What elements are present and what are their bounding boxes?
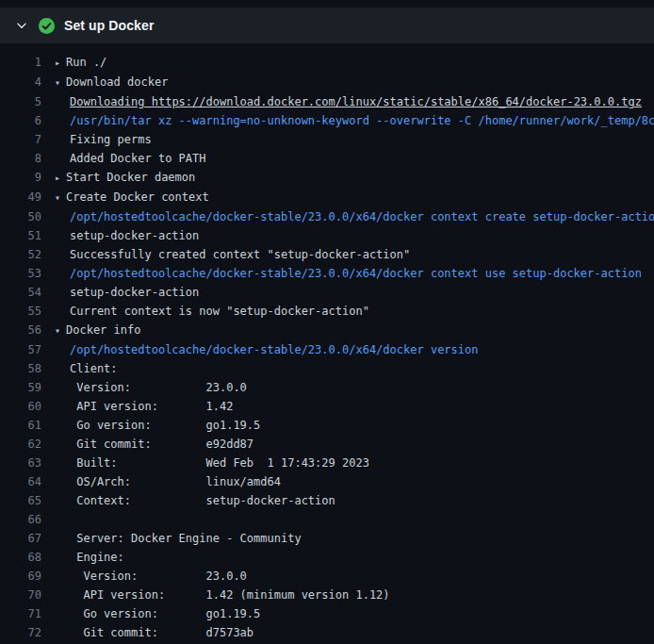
line-number[interactable]: 68 [0,548,41,567]
log-text: Go version: go1.19.5 [41,604,260,623]
log-text: API version: 1.42 [41,397,233,416]
log-line: 60 API version: 1.42 [0,397,654,416]
log-group-header[interactable]: ▸Start Docker daemon [41,168,195,188]
log-line: 64 OS/Arch: linux/amd64 [0,472,654,491]
line-number[interactable]: 49 [0,188,41,207]
line-number[interactable]: 71 [0,604,41,623]
workflow-log-page: Set up Docker 1▸Run ./4▾Download docker5… [0,0,654,644]
line-number[interactable]: 4 [0,73,41,92]
line-number[interactable]: 7 [0,130,41,149]
log-line: 54setup-docker-action [0,283,654,302]
log-text: Git commit: d7573ab [41,623,253,642]
line-number[interactable]: 64 [0,472,41,491]
group-collapsed-icon: ▸ [55,54,66,73]
line-number[interactable]: 53 [0,264,41,283]
log-line: 52Successfully created context "setup-do… [0,245,654,264]
log-line: 69 Version: 23.0.0 [0,567,654,586]
log-lines: 1▸Run ./4▾Download docker5Downloading ht… [0,53,654,642]
log-text-prefix: Downloading [70,95,152,108]
line-number[interactable]: 6 [0,111,41,130]
log-line: 8Added Docker to PATH [0,149,654,168]
line-number[interactable]: 50 [0,207,41,226]
log-line: 56▾Docker info [0,321,654,340]
log-line: 72 Git commit: d7573ab [0,623,654,642]
line-number[interactable]: 72 [0,623,41,642]
group-title: Download docker [66,75,168,89]
log-text: Engine: [41,548,124,567]
log-text: setup-docker-action [41,283,199,302]
log-text: Built: Wed Feb 1 17:43:29 2023 [41,454,369,472]
line-number[interactable]: 67 [0,529,41,548]
group-collapsed-icon: ▸ [55,169,66,188]
line-number[interactable]: 57 [0,340,41,359]
log-text: Context: setup-docker-action [41,491,335,510]
group-title: Docker info [66,323,140,337]
command-text: /opt/hostedtoolcache/docker-stable/23.0.… [41,207,654,226]
line-number[interactable]: 56 [0,321,41,340]
line-number[interactable]: 51 [0,226,41,245]
log-line: 1▸Run ./ [0,53,654,73]
log-text: Successfully created context "setup-dock… [41,245,410,264]
log-text: API version: 1.42 (minimum version 1.12) [41,586,390,604]
log-line: 53/opt/hostedtoolcache/docker-stable/23.… [0,264,654,283]
log-line: 51setup-docker-action [0,226,654,245]
line-number[interactable]: 55 [0,302,41,321]
line-number[interactable]: 69 [0,567,41,586]
log-line: 7Fixing perms [0,130,654,149]
log-line: 9▸Start Docker daemon [0,168,654,188]
log-group-header[interactable]: ▸Run ./ [41,53,106,73]
log-line: 5Downloading https://download.docker.com… [0,92,654,111]
log-text [41,510,70,529]
line-number[interactable]: 60 [0,397,41,416]
log-text: Go version: go1.19.5 [41,416,260,435]
log-text: Added Docker to PATH [41,149,206,168]
log-line: 6/usr/bin/tar xz --warning=no-unknown-ke… [0,111,654,130]
log-text: Git commit: e92dd87 [41,435,253,454]
line-number[interactable]: 65 [0,491,41,510]
log-text: Downloading https://download.docker.com/… [41,92,642,111]
line-number[interactable]: 62 [0,435,41,454]
line-number[interactable]: 9 [0,168,41,188]
line-number[interactable]: 70 [0,586,41,604]
log-line: 71 Go version: go1.19.5 [0,604,654,623]
line-number[interactable]: 59 [0,378,41,397]
log-line: 57/opt/hostedtoolcache/docker-stable/23.… [0,340,654,359]
log-group-header[interactable]: ▾Download docker [41,73,168,92]
group-title: Create Docker context [66,190,209,204]
step-title: Set up Docker [64,18,154,33]
log-group-header[interactable]: ▾Docker info [41,321,140,340]
download-url-link[interactable]: https://download.docker.com/linux/static… [152,95,642,108]
step-header[interactable]: Set up Docker [0,8,654,43]
log-line: 4▾Download docker [0,73,654,92]
log-line: 67 Server: Docker Engine - Community [0,529,654,548]
line-number[interactable]: 63 [0,454,41,472]
log-text: Version: 23.0.0 [41,567,247,586]
line-number[interactable]: 58 [0,359,41,378]
log-line: 62 Git commit: e92dd87 [0,435,654,454]
log-group-header[interactable]: ▾Create Docker context [41,188,209,207]
log-line: 66 [0,510,654,529]
command-text: /usr/bin/tar xz --warning=no-unknown-key… [41,111,654,130]
line-number[interactable]: 5 [0,92,41,111]
chevron-down-icon[interactable] [13,17,30,34]
log-line: 63 Built: Wed Feb 1 17:43:29 2023 [0,454,654,472]
log-text: Fixing perms [41,130,152,149]
log-text: OS/Arch: linux/amd64 [41,472,281,491]
line-number[interactable]: 8 [0,149,41,168]
line-number[interactable]: 66 [0,510,41,529]
log-text: setup-docker-action [41,226,199,245]
check-circle-icon [38,17,55,34]
group-expanded-icon: ▾ [55,322,66,340]
log-container: 1▸Run ./4▾Download docker5Downloading ht… [0,43,654,642]
line-number[interactable]: 52 [0,245,41,264]
line-number[interactable]: 1 [0,53,41,73]
group-expanded-icon: ▾ [55,74,66,92]
command-text: /opt/hostedtoolcache/docker-stable/23.0.… [41,340,478,359]
log-line: 65 Context: setup-docker-action [0,491,654,510]
group-title: Start Docker daemon [66,171,195,184]
log-line: 50/opt/hostedtoolcache/docker-stable/23.… [0,207,654,226]
log-text: Client: [41,359,118,378]
line-number[interactable]: 54 [0,283,41,302]
line-number[interactable]: 61 [0,416,41,435]
log-line: 55Current context is now "setup-docker-a… [0,302,654,321]
